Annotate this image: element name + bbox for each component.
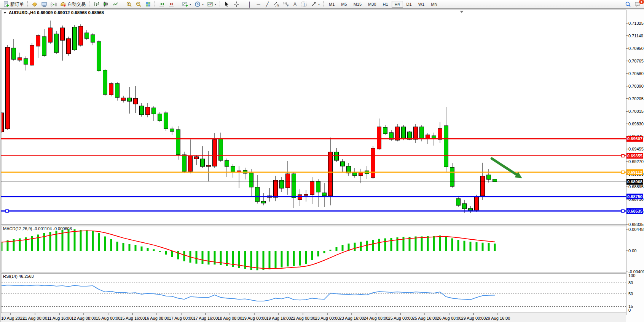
timeframe-m15[interactable]: M15: [351, 1, 365, 8]
timeframe-d1[interactable]: D1: [403, 1, 415, 8]
cursor-icon: [224, 1, 230, 7]
candle-body: [158, 114, 162, 121]
time-axis-label: 11 Aug 00:00: [23, 316, 47, 320]
price-axis-label: 0.69270: [628, 159, 644, 164]
indicators-button[interactable]: ▾: [180, 0, 193, 8]
new-order-button[interactable]: 新订单: [2, 0, 26, 8]
macd-bar: [342, 245, 344, 251]
candle-body: [152, 108, 156, 114]
vertical-line-tool-button[interactable]: │: [245, 0, 254, 8]
candle-body: [18, 58, 22, 60]
macd-bar: [482, 243, 484, 251]
macd-bar: [451, 239, 453, 251]
price-axis-label: 0.70580: [628, 71, 644, 76]
trendline-icon: ╱: [266, 2, 269, 7]
candle-body: [164, 113, 168, 129]
line-handle[interactable]: [622, 210, 624, 212]
toolbar-separator: [178, 1, 179, 7]
macd-pane[interactable]: [1, 226, 626, 272]
candlestick-icon: [103, 1, 109, 7]
macd-bar: [86, 230, 88, 251]
time-axis-label: 19 Aug 16:00: [266, 316, 291, 320]
rsi-axis-label: 50: [628, 292, 633, 296]
chart-shift-button[interactable]: [167, 0, 176, 8]
macd-bar: [305, 251, 307, 264]
zoom-in-button[interactable]: [124, 0, 134, 8]
macd-bar: [214, 251, 216, 264]
price-axis-label: 0.68895: [628, 184, 644, 189]
fibonacci-icon: F: [283, 1, 289, 7]
time-axis-label: 17 Aug 16:00: [193, 316, 218, 320]
zoom-out-icon: [135, 1, 142, 7]
price-axis-label: 0.71325: [628, 21, 644, 26]
search-button[interactable]: [623, 0, 633, 8]
trendline-tool-button[interactable]: ╱: [263, 0, 271, 8]
crosshair-tool-button[interactable]: [232, 0, 241, 8]
timeframe-m5[interactable]: M5: [338, 1, 350, 8]
horizontal-line-tool-button[interactable]: ─: [254, 0, 263, 8]
channel-tool-button[interactable]: E: [272, 0, 281, 8]
diamond-icon: [32, 1, 38, 7]
timeframe-h1[interactable]: H1: [379, 1, 391, 8]
line-handle[interactable]: [622, 171, 624, 173]
bar-chart-mode-button[interactable]: [92, 0, 101, 8]
line-handle[interactable]: [622, 154, 624, 157]
candle-body: [79, 26, 83, 45]
price-axis-label: 0.70765: [628, 59, 644, 63]
candle-body: [298, 195, 302, 200]
cursor-tool-button[interactable]: [222, 0, 231, 8]
data-window-button[interactable]: [40, 0, 49, 8]
time-axis-label: 23 Aug 00:00: [315, 316, 340, 320]
timeframe-w1[interactable]: W1: [415, 1, 428, 8]
dropdown-caret: ▾: [190, 3, 191, 6]
price-line-badge-label: 0.68535: [627, 209, 642, 213]
macd-bar: [208, 251, 210, 264]
vertical-line-icon: │: [248, 2, 251, 7]
periods-clock-icon: [194, 1, 201, 7]
macd-bar: [159, 251, 161, 252]
auto-trading-button[interactable]: 自动交易: [59, 0, 87, 8]
timeframe-m1[interactable]: M1: [326, 1, 338, 8]
rsi-pane[interactable]: [1, 274, 626, 313]
candle-body: [109, 83, 113, 95]
timeframe-mn[interactable]: MN: [428, 1, 440, 8]
candle-body: [304, 194, 308, 195]
svg-text:F: F: [287, 4, 289, 7]
candle-body: [67, 38, 71, 54]
text-tool-button[interactable]: A: [291, 0, 299, 8]
line-chart-mode-button[interactable]: [111, 0, 120, 8]
candle-body: [383, 127, 387, 134]
fibonacci-tool-button[interactable]: F: [281, 0, 290, 8]
tile-windows-button[interactable]: [143, 0, 153, 8]
candle-body: [353, 173, 357, 176]
macd-bar: [257, 251, 258, 270]
auto-scroll-button[interactable]: [157, 0, 166, 8]
timeframe-h4[interactable]: H4: [392, 1, 403, 8]
candle-body: [140, 106, 144, 115]
price-line-badge-label: 0.68750: [627, 194, 642, 199]
time-axis-label: 17 Aug 00:00: [169, 316, 194, 320]
macd-bar: [433, 236, 435, 251]
arrows-tool-button[interactable]: ▾: [309, 0, 321, 8]
periods-button[interactable]: ▾: [193, 0, 205, 8]
candle-body: [286, 174, 290, 188]
timeframe-m30[interactable]: M30: [365, 1, 379, 8]
candle-body: [444, 126, 448, 167]
price-chart-canvas[interactable]: 0.713250.711400.709500.707650.705800.703…: [0, 9, 644, 322]
text-label-tool-button[interactable]: T: [300, 0, 309, 8]
signals-button[interactable]: [49, 0, 58, 8]
candle-body: [249, 173, 253, 187]
candle-body: [121, 98, 126, 101]
notifications-button[interactable]: 1: [633, 0, 642, 8]
market-watch-button[interactable]: [30, 0, 39, 8]
terminal-icon: [41, 1, 47, 7]
line-handle[interactable]: [6, 210, 8, 212]
macd-bar: [31, 236, 33, 251]
candlestick-mode-button[interactable]: [101, 0, 110, 8]
auto-scroll-icon: [159, 1, 165, 7]
macd-bar: [49, 232, 51, 251]
macd-bar: [299, 251, 301, 266]
templates-button[interactable]: ▾: [206, 0, 218, 8]
zoom-out-button[interactable]: [134, 0, 143, 8]
chart-shift-icon: [168, 1, 174, 7]
